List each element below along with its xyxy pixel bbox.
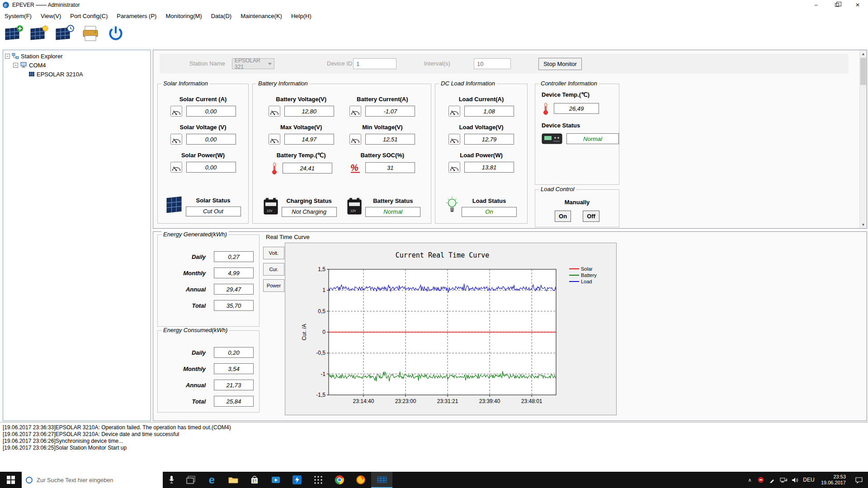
- status-label: Solar Status: [196, 197, 231, 204]
- status-value: Normal: [365, 207, 420, 217]
- svg-text:-1,5: -1,5: [316, 392, 326, 398]
- cortana-icon: [26, 477, 33, 483]
- energy-label: Total: [166, 302, 206, 309]
- energy-row: Total35,70: [166, 300, 259, 311]
- svg-text:Battery: Battery: [581, 272, 597, 278]
- tray-pen-icon[interactable]: [767, 472, 778, 488]
- energy-row: Monthly3,54: [166, 363, 259, 374]
- scroll-thumb[interactable]: [860, 58, 866, 85]
- field-value: 12,51: [365, 134, 415, 145]
- taskbar-task-view-icon[interactable]: [180, 472, 201, 488]
- curve-tab-cur[interactable]: Cur.: [263, 263, 284, 276]
- taskbar-grid-icon[interactable]: [307, 472, 329, 488]
- system-tray: ∧ DEU 23:53 19.06.2017: [744, 472, 868, 488]
- taskbar-store-icon[interactable]: [244, 472, 265, 488]
- taskbar-video-icon[interactable]: [265, 472, 286, 488]
- energy-label: Total: [166, 398, 206, 405]
- meter-icon: [269, 106, 280, 117]
- energy-value: 25,84: [214, 396, 254, 407]
- tray-alert-red-icon[interactable]: [755, 472, 767, 488]
- status-label: Battery Status: [373, 197, 413, 204]
- expander-icon[interactable]: −: [13, 63, 18, 68]
- field-value: -1,07: [365, 106, 415, 117]
- action-center-icon[interactable]: [850, 477, 868, 483]
- menu-view-v-[interactable]: View(V): [36, 10, 66, 22]
- menu-maintenance-k-[interactable]: Maintenance(K): [236, 10, 287, 22]
- taskbar-firefox-icon[interactable]: [350, 472, 371, 488]
- menu-data-d-[interactable]: Data(D): [207, 10, 236, 22]
- tray-chevron-up-icon[interactable]: ∧: [744, 472, 755, 488]
- field-label: Solar Current (A): [179, 96, 227, 103]
- window-controls: – ✕: [806, 0, 868, 10]
- scroll-up-icon[interactable]: ▲: [860, 50, 867, 57]
- meter-icon: [349, 106, 361, 117]
- taskbar-chrome-icon[interactable]: [329, 472, 350, 488]
- station-settings-button[interactable]: [29, 23, 51, 45]
- microphone-icon[interactable]: [163, 472, 180, 488]
- taskbar-mail-app-icon[interactable]: [286, 472, 307, 488]
- log-line: [19.06.2017 23:06:26]Synchronising devic…: [3, 438, 865, 445]
- station-name-select[interactable]: EPSOLAR 321: [232, 58, 274, 69]
- scroll-down-icon[interactable]: ▼: [860, 221, 867, 228]
- energy-label: Daily: [166, 349, 206, 356]
- svg-text:1: 1: [322, 287, 326, 293]
- solar-information-group: Solar InformationSolar Current (A)0,00So…: [157, 84, 249, 224]
- field-label: Load Current(A): [459, 96, 504, 103]
- print-button[interactable]: [80, 23, 101, 45]
- curve-tab-volt[interactable]: Volt.: [263, 247, 284, 259]
- chevron-down-icon: [268, 63, 272, 65]
- load-off-button[interactable]: Off: [583, 211, 599, 222]
- svg-text:0,5: 0,5: [318, 308, 326, 314]
- tray-volume-icon[interactable]: [789, 472, 801, 488]
- svg-text:12V: 12V: [350, 209, 356, 212]
- curve-tab-power[interactable]: Power: [263, 279, 284, 292]
- close-button[interactable]: ✕: [847, 0, 868, 10]
- energy-row: Daily0,20: [166, 347, 259, 358]
- tree-item-station-explorer[interactable]: −Station Explorer: [3, 52, 151, 61]
- svg-text:23:39:40: 23:39:40: [479, 398, 500, 404]
- menu-system-f-[interactable]: System(F): [0, 10, 36, 22]
- menu-help-h-[interactable]: Help(H): [287, 10, 316, 22]
- clock[interactable]: 23:53 19.06.2017: [817, 474, 850, 486]
- group-title: Energy Generated(kWh): [161, 231, 229, 238]
- monitor-config-bar: Station Name EPSOLAR 321 Device ID 1 Int…: [160, 54, 849, 74]
- search-input[interactable]: Zur Suche Text hier eingeben: [22, 472, 163, 488]
- start-button[interactable]: [0, 472, 22, 488]
- meter-icon: [269, 134, 280, 145]
- svg-text:Solar: Solar: [581, 266, 593, 272]
- field-label: Max Voltage(V): [280, 124, 322, 131]
- expander-icon[interactable]: −: [5, 54, 10, 59]
- energy-label: Annual: [166, 286, 206, 293]
- energy-value: 0,27: [214, 251, 254, 262]
- station-timer-button[interactable]: [54, 23, 76, 45]
- field-label: Load Voltage(V): [459, 124, 504, 131]
- taskbar-edge-icon[interactable]: e: [201, 472, 222, 488]
- menu-port-config-c-[interactable]: Port Config(C): [66, 10, 112, 22]
- minimize-button[interactable]: –: [806, 0, 826, 10]
- battery-icon: 12V: [263, 196, 278, 218]
- tree-item-epsolar-3210a[interactable]: EPSOLAR 3210A: [3, 70, 151, 79]
- field-value: 1,08: [464, 106, 514, 117]
- meter-icon: [448, 162, 460, 173]
- monitor-scrollbar[interactable]: ▲ ▼: [859, 50, 867, 228]
- interval-input[interactable]: 10: [474, 58, 511, 69]
- tray-network-icon[interactable]: [778, 472, 789, 488]
- group-title: Energy Consumed(kWh): [161, 327, 229, 333]
- power-button[interactable]: [105, 23, 127, 45]
- add-station-button[interactable]: [4, 23, 25, 45]
- svg-text:Cur. /A: Cur. /A: [301, 324, 307, 341]
- taskbar-explorer-icon[interactable]: [222, 472, 244, 488]
- energy-row: Annual29,47: [166, 284, 259, 295]
- menu-monitoring-m-[interactable]: Monitoring(M): [161, 10, 206, 22]
- content-area: −Station Explorer−COM4EPSOLAR 3210A Stat…: [0, 47, 868, 472]
- stop-monitor-button[interactable]: Stop Monitor: [538, 58, 582, 70]
- load-on-button[interactable]: On: [555, 211, 571, 222]
- restore-button[interactable]: [826, 0, 847, 10]
- monitor-section: Station Name EPSOLAR 321 Device ID 1 Int…: [153, 50, 867, 229]
- menu-parameters-p-[interactable]: Parameters (P): [112, 10, 161, 22]
- device-temp-value: 26,49: [554, 103, 599, 114]
- keyboard-language[interactable]: DEU: [801, 477, 817, 483]
- device-id-input[interactable]: 1: [353, 58, 396, 69]
- tree-item-com4[interactable]: −COM4: [3, 61, 151, 70]
- taskbar-epever-active-icon[interactable]: [371, 472, 392, 488]
